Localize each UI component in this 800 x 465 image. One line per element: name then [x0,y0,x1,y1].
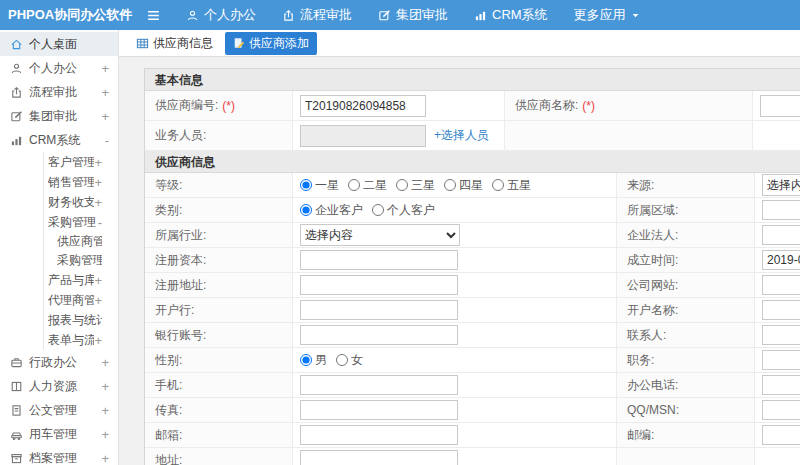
topnav-item-label: 更多应用 [574,6,626,24]
field-label-cell: 注册地址: [145,273,293,297]
sidebar-item[interactable]: 表单与流程设置+ [0,330,118,350]
expand-toggle-icon[interactable]: + [101,61,109,76]
supplier-name-input[interactable] [760,95,800,117]
bank-input[interactable] [300,300,458,320]
field-value-cell [293,298,617,322]
expand-toggle-icon[interactable]: + [94,273,102,288]
gender-radio-option[interactable]: 女 [336,352,363,369]
sidebar-item[interactable]: 流程审批+ [0,80,118,104]
expand-toggle-icon[interactable]: + [101,403,109,418]
business-personnel-input[interactable] [300,125,426,147]
grade-radio-option[interactable]: 二星 [348,177,387,194]
sidebar-item[interactable]: 个人桌面 [0,32,118,56]
field-label-cell: 银行账号: [145,323,293,347]
email-input[interactable] [300,425,458,445]
document-icon [10,404,23,417]
sidebar-item[interactable]: 供应商管理 [0,232,118,251]
gender-radio-0[interactable] [300,354,312,366]
grade-radio-option[interactable]: 四星 [444,177,483,194]
bank-account-input[interactable] [300,325,458,345]
topnav-item[interactable]: 集团审批 [365,0,461,30]
registered-address-input[interactable] [300,275,458,295]
expand-toggle-icon[interactable]: + [94,333,102,348]
expand-toggle-icon[interactable]: + [94,195,102,210]
tab-supplier-info[interactable]: 供应商信息 [132,33,217,54]
sidebar-item[interactable]: CRM系统- [0,128,118,152]
gender-radio-option[interactable]: 男 [300,352,327,369]
sidebar-item[interactable]: 档案管理+ [0,446,118,465]
established-date-input[interactable] [762,250,800,270]
sidebar-item[interactable]: 行政办公+ [0,350,118,374]
field-label: 邮箱: [155,427,182,444]
category-radio-option[interactable]: 个人客户 [372,202,435,219]
qq-msn-input[interactable] [762,400,800,420]
sidebar-item[interactable]: 采购管理 [0,251,118,270]
expand-toggle-icon[interactable]: - [98,215,102,230]
source-select[interactable]: 选择内容 [762,174,800,196]
office-phone-input[interactable] [762,375,800,395]
sidebar-item[interactable]: 报表与统计 [0,310,118,330]
supplier-code-input[interactable] [300,95,426,117]
radio-label: 个人客户 [387,202,435,219]
select-personnel-link[interactable]: +选择人员 [434,127,489,144]
industry-select[interactable]: 选择内容 [300,224,460,246]
category-radio-1[interactable] [372,204,384,216]
hamburger-icon[interactable] [146,8,161,23]
topnav-item[interactable]: 流程审批 [269,0,365,30]
expand-toggle-icon[interactable]: + [94,155,102,170]
field-label-cell: 成立时间: [617,248,755,272]
radio-label: 男 [315,352,327,369]
mobile-input[interactable] [300,375,458,395]
sidebar-item[interactable]: 产品与库存+ [0,270,118,290]
grade-radio-option[interactable]: 五星 [492,177,531,194]
expand-toggle-icon[interactable]: + [94,293,102,308]
sidebar-item[interactable]: 用车管理+ [0,422,118,446]
address-input[interactable] [300,450,458,465]
sidebar-item[interactable]: 代理商管理+ [0,290,118,310]
sidebar-item[interactable]: 客户管理+ [0,152,118,172]
expand-toggle-icon[interactable]: + [101,109,109,124]
expand-toggle-icon[interactable]: + [94,175,102,190]
fax-input[interactable] [300,400,458,420]
position-input[interactable] [762,350,800,370]
grade-radio-option[interactable]: 一星 [300,177,339,194]
tab-supplier-add[interactable]: 供应商添加 [225,32,317,55]
zipcode-input[interactable] [762,425,800,445]
category-radio-0[interactable] [300,204,312,216]
field-value-cell [293,323,617,347]
grade-radio-option[interactable]: 三星 [396,177,435,194]
sidebar-item[interactable]: 采购管理- [0,212,118,232]
grade-radio-4[interactable] [492,179,504,191]
expand-toggle-icon[interactable]: + [101,379,109,394]
sidebar-item[interactable]: 集团审批+ [0,104,118,128]
sidebar-item[interactable]: 个人办公+ [0,56,118,80]
expand-toggle-icon[interactable]: - [105,133,109,148]
field-label-cell: 邮箱: [145,423,293,447]
region-input[interactable] [762,200,800,220]
topnav-item[interactable]: 个人办公 [173,0,269,30]
category-radio-option[interactable]: 企业客户 [300,202,363,219]
sidebar-item[interactable]: 销售管理+ [0,172,118,192]
contact-person-input[interactable] [762,325,800,345]
company-website-input[interactable] [762,275,800,295]
sidebar-item[interactable]: 公文管理+ [0,398,118,422]
registered-capital-input[interactable] [300,250,458,270]
grade-radio-0[interactable] [300,179,312,191]
expand-toggle-icon[interactable]: + [101,355,109,370]
grade-radio-3[interactable] [444,179,456,191]
form-sections: 基本信息供应商编号:(*)供应商名称:(*)业务人员:+选择人员供应商信息等级:… [145,69,800,465]
topnav-item[interactable]: CRM系统 [461,0,561,30]
account-name-input[interactable] [762,300,800,320]
expand-toggle-icon[interactable]: + [101,427,109,442]
sidebar-item[interactable]: 财务收支+ [0,192,118,212]
grade-radio-1[interactable] [348,179,360,191]
topnav-item[interactable]: 更多应用 [561,0,653,30]
sidebar-item[interactable]: 人力资源+ [0,374,118,398]
briefcase-icon [10,356,23,369]
expand-toggle-icon[interactable]: + [101,451,109,465]
grade-radio-2[interactable] [396,179,408,191]
expand-toggle-icon[interactable]: + [101,85,109,100]
legal-person-input[interactable] [762,225,800,245]
field-value-cell [755,423,800,447]
gender-radio-1[interactable] [336,354,348,366]
